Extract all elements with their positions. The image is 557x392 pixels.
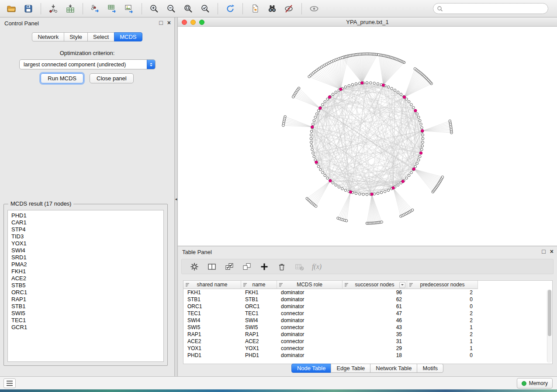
sort-dropdown-button[interactable] — [399, 282, 405, 288]
network-node[interactable] — [408, 174, 410, 177]
tab-motifs[interactable]: Motifs — [417, 364, 443, 373]
network-node[interactable] — [332, 182, 334, 184]
network-node[interactable] — [322, 172, 324, 174]
network-node[interactable] — [335, 184, 337, 186]
table-row[interactable]: TEC1TEC1connector472 — [183, 310, 552, 317]
network-node[interactable] — [344, 86, 347, 88]
network-node[interactable] — [420, 123, 422, 126]
mcds-node[interactable] — [392, 186, 394, 189]
column-header-predecessor-nodes[interactable]: predecessor nodes — [407, 281, 478, 289]
network-node[interactable] — [410, 172, 413, 174]
panel-splitter[interactable]: ◄ — [175, 17, 178, 376]
table-row[interactable]: ORC1ORC1dominator610 — [183, 303, 552, 310]
network-node[interactable] — [317, 110, 320, 112]
tab-edge-table[interactable]: Edge Table — [331, 364, 370, 373]
zoom-fit-button[interactable] — [180, 2, 196, 16]
network-node[interactable] — [310, 141, 313, 144]
network-node[interactable] — [312, 152, 315, 155]
zoom-in-button[interactable] — [146, 2, 162, 16]
network-node[interactable] — [416, 162, 419, 165]
network-node[interactable] — [412, 107, 415, 109]
mcds-result-item[interactable]: ACE2 — [8, 275, 163, 282]
mcds-node[interactable] — [315, 161, 318, 163]
network-node[interactable] — [315, 205, 317, 208]
column-header-MCDS-role[interactable]: MCDS role — [277, 281, 343, 289]
function-builder-button[interactable]: f(x) — [310, 260, 323, 273]
network-node[interactable] — [421, 144, 424, 147]
network-node[interactable] — [410, 103, 413, 106]
mcds-node[interactable] — [329, 179, 332, 182]
network-node[interactable] — [408, 100, 410, 103]
import-network-button[interactable] — [45, 2, 61, 16]
network-node[interactable] — [308, 76, 311, 78]
memory-button[interactable]: Memory — [517, 378, 553, 389]
table-row[interactable]: STB1STB1dominator620 — [183, 296, 552, 303]
table-row[interactable]: PHD1PHD1dominator180 — [183, 352, 552, 359]
network-node[interactable] — [359, 193, 361, 196]
task-history-button[interactable] — [3, 378, 16, 388]
mcds-result-item[interactable]: PMA2 — [8, 261, 163, 268]
network-node[interactable] — [380, 191, 383, 194]
table-row[interactable]: FKH1FKH1dominator962 — [183, 289, 552, 296]
close-panel-icon[interactable]: × — [550, 248, 554, 255]
network-node[interactable] — [310, 138, 312, 140]
run-mcds-button[interactable]: Run MCDS — [41, 73, 83, 83]
network-node[interactable] — [381, 221, 383, 224]
network-node[interactable] — [314, 116, 317, 119]
show-columns-button[interactable] — [205, 260, 218, 273]
network-node[interactable] — [341, 188, 344, 190]
mcds-node[interactable] — [421, 130, 424, 132]
network-svg[interactable] — [178, 27, 557, 246]
network-node[interactable] — [338, 186, 340, 189]
network-node[interactable] — [355, 192, 357, 195]
mcds-node[interactable] — [339, 88, 342, 90]
splitter-collapse-icon[interactable]: ◄ — [174, 197, 178, 201]
open-file-button[interactable] — [3, 2, 19, 16]
table-row[interactable]: ACE2ACE2connector311 — [183, 338, 552, 345]
network-node[interactable] — [344, 189, 347, 192]
network-node[interactable] — [311, 148, 314, 151]
network-node[interactable] — [397, 91, 399, 93]
close-panel-icon[interactable]: × — [167, 19, 171, 26]
delete-column-button[interactable] — [275, 260, 288, 273]
table-settings-button[interactable] — [188, 260, 201, 273]
network-node[interactable] — [419, 155, 421, 158]
tab-mcds[interactable]: MCDS — [114, 32, 142, 41]
column-header-shared-name[interactable]: shared name — [183, 281, 241, 289]
network-node[interactable] — [414, 165, 417, 168]
table-row[interactable]: SWI5SWI5connector431 — [183, 324, 552, 331]
network-node[interactable] — [326, 177, 329, 179]
network-node[interactable] — [312, 123, 315, 126]
network-node[interactable] — [394, 89, 396, 92]
network-node[interactable] — [387, 189, 390, 192]
import-table-button[interactable] — [62, 2, 78, 16]
mcds-result-item[interactable]: RAP1 — [8, 296, 163, 303]
network-node[interactable] — [292, 96, 294, 98]
network-node[interactable] — [351, 83, 354, 86]
network-node[interactable] — [313, 155, 315, 158]
clear-table-button[interactable] — [293, 260, 306, 273]
mcds-result-item[interactable]: CAR1 — [8, 219, 163, 226]
save-session-button[interactable] — [21, 2, 36, 16]
copy-network-button[interactable] — [247, 2, 263, 16]
search-network-button[interactable] — [264, 2, 280, 16]
scrollbar-thumb[interactable] — [548, 290, 551, 336]
network-node[interactable] — [397, 184, 399, 186]
network-node[interactable] — [419, 120, 421, 122]
mcds-result-item[interactable]: FKH1 — [8, 268, 163, 275]
mcds-result-item[interactable]: STB5 — [8, 282, 163, 289]
network-node[interactable] — [384, 190, 386, 193]
mcds-node[interactable] — [412, 168, 415, 170]
mcds-node[interactable] — [401, 180, 404, 182]
show-graphics-button[interactable] — [306, 2, 322, 16]
network-node[interactable] — [362, 193, 365, 196]
criterion-dropdown[interactable]: largest connected component (undirected) — [19, 59, 156, 69]
export-table-button[interactable] — [104, 2, 120, 16]
network-node[interactable] — [326, 98, 329, 100]
network-node[interactable] — [400, 93, 402, 96]
float-panel-icon[interactable]: □ — [159, 19, 163, 26]
zoom-selected-button[interactable] — [197, 2, 213, 16]
network-node[interactable] — [391, 87, 393, 90]
network-node[interactable] — [414, 68, 416, 70]
network-node[interactable] — [421, 127, 423, 129]
